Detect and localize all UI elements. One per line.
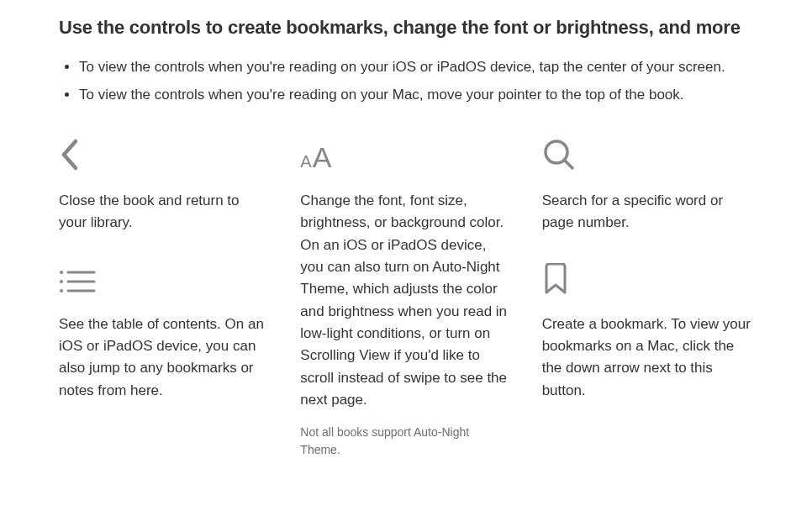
- control-desc: Close the book and return to your librar…: [59, 190, 270, 234]
- control-desc: See the table of contents. On an iOS or …: [59, 313, 270, 402]
- svg-point-4: [60, 289, 63, 292]
- control-block-toc: See the table of contents. On an iOS or …: [59, 260, 270, 402]
- bookmark-icon: [542, 260, 753, 295]
- control-desc: Search for a specific word or page numbe…: [542, 190, 753, 234]
- middle-column: AA Change the font, font size, brightnes…: [300, 136, 511, 483]
- font-size-icon: AA: [300, 136, 511, 171]
- control-block-search: Search for a specific word or page numbe…: [542, 136, 753, 234]
- svg-point-2: [60, 280, 63, 283]
- search-icon: [542, 136, 753, 171]
- control-block-font: AA Change the font, font size, brightnes…: [300, 136, 511, 458]
- list-icon: [59, 260, 270, 295]
- left-column: Close the book and return to your librar…: [59, 136, 270, 483]
- control-block-close: Close the book and return to your librar…: [59, 136, 270, 234]
- svg-point-0: [60, 271, 63, 274]
- control-note: Not all books support Auto-Night Theme.: [300, 424, 511, 459]
- control-desc: Change the font, font size, brightness, …: [300, 190, 511, 411]
- instruction-item: To view the controls when you're reading…: [79, 55, 753, 78]
- svg-line-7: [565, 161, 572, 168]
- control-desc: Create a bookmark. To view your bookmark…: [542, 313, 753, 402]
- page-heading: Use the controls to create bookmarks, ch…: [59, 15, 753, 40]
- controls-columns: Close the book and return to your librar…: [59, 136, 753, 483]
- chevron-left-icon: [59, 136, 270, 171]
- right-column: Search for a specific word or page numbe…: [542, 136, 753, 483]
- instruction-item: To view the controls when you're reading…: [79, 83, 753, 106]
- instruction-list: To view the controls when you're reading…: [59, 55, 753, 106]
- control-block-bookmark: Create a bookmark. To view your bookmark…: [542, 260, 753, 402]
